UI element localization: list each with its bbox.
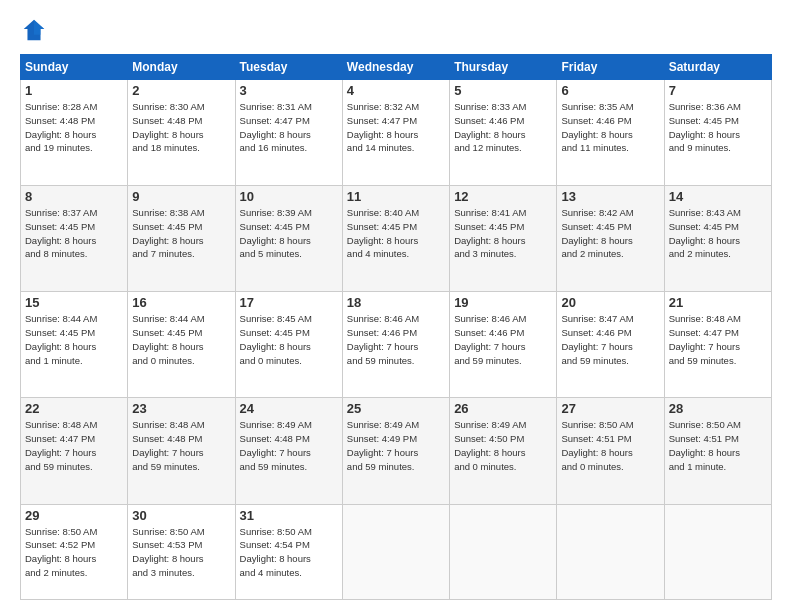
day-number: 24 [240,401,338,416]
day-number: 26 [454,401,552,416]
day-cell: 9Sunrise: 8:38 AM Sunset: 4:45 PM Daylig… [128,186,235,292]
day-info: Sunrise: 8:33 AM Sunset: 4:46 PM Dayligh… [454,100,552,155]
column-header-thursday: Thursday [450,55,557,80]
day-number: 4 [347,83,445,98]
day-number: 14 [669,189,767,204]
day-cell: 18Sunrise: 8:46 AM Sunset: 4:46 PM Dayli… [342,292,449,398]
day-info: Sunrise: 8:50 AM Sunset: 4:52 PM Dayligh… [25,525,123,580]
day-number: 25 [347,401,445,416]
day-number: 16 [132,295,230,310]
day-cell: 3Sunrise: 8:31 AM Sunset: 4:47 PM Daylig… [235,80,342,186]
day-info: Sunrise: 8:49 AM Sunset: 4:48 PM Dayligh… [240,418,338,473]
day-number: 23 [132,401,230,416]
week-row-3: 15Sunrise: 8:44 AM Sunset: 4:45 PM Dayli… [21,292,772,398]
day-number: 21 [669,295,767,310]
day-cell: 27Sunrise: 8:50 AM Sunset: 4:51 PM Dayli… [557,398,664,504]
day-info: Sunrise: 8:48 AM Sunset: 4:48 PM Dayligh… [132,418,230,473]
column-header-saturday: Saturday [664,55,771,80]
day-number: 1 [25,83,123,98]
day-number: 15 [25,295,123,310]
day-cell: 4Sunrise: 8:32 AM Sunset: 4:47 PM Daylig… [342,80,449,186]
day-cell [342,504,449,599]
week-row-1: 1Sunrise: 8:28 AM Sunset: 4:48 PM Daylig… [21,80,772,186]
day-cell: 23Sunrise: 8:48 AM Sunset: 4:48 PM Dayli… [128,398,235,504]
svg-marker-1 [34,20,44,35]
day-info: Sunrise: 8:46 AM Sunset: 4:46 PM Dayligh… [454,312,552,367]
day-cell [557,504,664,599]
day-cell: 5Sunrise: 8:33 AM Sunset: 4:46 PM Daylig… [450,80,557,186]
day-info: Sunrise: 8:36 AM Sunset: 4:45 PM Dayligh… [669,100,767,155]
day-cell: 12Sunrise: 8:41 AM Sunset: 4:45 PM Dayli… [450,186,557,292]
day-number: 5 [454,83,552,98]
logo [20,16,52,44]
day-number: 12 [454,189,552,204]
day-number: 29 [25,508,123,523]
day-info: Sunrise: 8:41 AM Sunset: 4:45 PM Dayligh… [454,206,552,261]
calendar-header-row: SundayMondayTuesdayWednesdayThursdayFrid… [21,55,772,80]
column-header-sunday: Sunday [21,55,128,80]
day-number: 20 [561,295,659,310]
day-cell: 1Sunrise: 8:28 AM Sunset: 4:48 PM Daylig… [21,80,128,186]
day-number: 22 [25,401,123,416]
page: SundayMondayTuesdayWednesdayThursdayFrid… [0,0,792,612]
day-cell: 16Sunrise: 8:44 AM Sunset: 4:45 PM Dayli… [128,292,235,398]
day-info: Sunrise: 8:43 AM Sunset: 4:45 PM Dayligh… [669,206,767,261]
column-header-tuesday: Tuesday [235,55,342,80]
day-cell: 6Sunrise: 8:35 AM Sunset: 4:46 PM Daylig… [557,80,664,186]
day-number: 8 [25,189,123,204]
day-info: Sunrise: 8:50 AM Sunset: 4:51 PM Dayligh… [561,418,659,473]
day-number: 31 [240,508,338,523]
day-info: Sunrise: 8:47 AM Sunset: 4:46 PM Dayligh… [561,312,659,367]
day-cell: 31Sunrise: 8:50 AM Sunset: 4:54 PM Dayli… [235,504,342,599]
day-number: 3 [240,83,338,98]
day-info: Sunrise: 8:48 AM Sunset: 4:47 PM Dayligh… [669,312,767,367]
day-info: Sunrise: 8:40 AM Sunset: 4:45 PM Dayligh… [347,206,445,261]
day-cell: 8Sunrise: 8:37 AM Sunset: 4:45 PM Daylig… [21,186,128,292]
column-header-monday: Monday [128,55,235,80]
day-info: Sunrise: 8:30 AM Sunset: 4:48 PM Dayligh… [132,100,230,155]
day-number: 10 [240,189,338,204]
day-info: Sunrise: 8:46 AM Sunset: 4:46 PM Dayligh… [347,312,445,367]
week-row-5: 29Sunrise: 8:50 AM Sunset: 4:52 PM Dayli… [21,504,772,599]
day-cell: 13Sunrise: 8:42 AM Sunset: 4:45 PM Dayli… [557,186,664,292]
day-cell: 22Sunrise: 8:48 AM Sunset: 4:47 PM Dayli… [21,398,128,504]
day-info: Sunrise: 8:32 AM Sunset: 4:47 PM Dayligh… [347,100,445,155]
logo-icon [20,16,48,44]
day-number: 17 [240,295,338,310]
day-number: 11 [347,189,445,204]
day-number: 7 [669,83,767,98]
day-cell: 17Sunrise: 8:45 AM Sunset: 4:45 PM Dayli… [235,292,342,398]
day-info: Sunrise: 8:44 AM Sunset: 4:45 PM Dayligh… [132,312,230,367]
day-cell: 26Sunrise: 8:49 AM Sunset: 4:50 PM Dayli… [450,398,557,504]
day-info: Sunrise: 8:37 AM Sunset: 4:45 PM Dayligh… [25,206,123,261]
day-number: 2 [132,83,230,98]
day-cell: 14Sunrise: 8:43 AM Sunset: 4:45 PM Dayli… [664,186,771,292]
day-info: Sunrise: 8:49 AM Sunset: 4:49 PM Dayligh… [347,418,445,473]
day-cell: 11Sunrise: 8:40 AM Sunset: 4:45 PM Dayli… [342,186,449,292]
day-number: 19 [454,295,552,310]
column-header-wednesday: Wednesday [342,55,449,80]
day-info: Sunrise: 8:42 AM Sunset: 4:45 PM Dayligh… [561,206,659,261]
day-info: Sunrise: 8:28 AM Sunset: 4:48 PM Dayligh… [25,100,123,155]
day-cell [664,504,771,599]
day-cell: 24Sunrise: 8:49 AM Sunset: 4:48 PM Dayli… [235,398,342,504]
day-number: 27 [561,401,659,416]
day-info: Sunrise: 8:50 AM Sunset: 4:51 PM Dayligh… [669,418,767,473]
day-cell: 2Sunrise: 8:30 AM Sunset: 4:48 PM Daylig… [128,80,235,186]
day-number: 9 [132,189,230,204]
day-info: Sunrise: 8:44 AM Sunset: 4:45 PM Dayligh… [25,312,123,367]
day-cell: 7Sunrise: 8:36 AM Sunset: 4:45 PM Daylig… [664,80,771,186]
day-cell: 25Sunrise: 8:49 AM Sunset: 4:49 PM Dayli… [342,398,449,504]
column-header-friday: Friday [557,55,664,80]
week-row-2: 8Sunrise: 8:37 AM Sunset: 4:45 PM Daylig… [21,186,772,292]
day-info: Sunrise: 8:50 AM Sunset: 4:53 PM Dayligh… [132,525,230,580]
day-cell: 19Sunrise: 8:46 AM Sunset: 4:46 PM Dayli… [450,292,557,398]
day-number: 6 [561,83,659,98]
day-cell: 21Sunrise: 8:48 AM Sunset: 4:47 PM Dayli… [664,292,771,398]
day-info: Sunrise: 8:50 AM Sunset: 4:54 PM Dayligh… [240,525,338,580]
day-info: Sunrise: 8:38 AM Sunset: 4:45 PM Dayligh… [132,206,230,261]
day-cell: 28Sunrise: 8:50 AM Sunset: 4:51 PM Dayli… [664,398,771,504]
day-number: 18 [347,295,445,310]
day-info: Sunrise: 8:48 AM Sunset: 4:47 PM Dayligh… [25,418,123,473]
calendar-table: SundayMondayTuesdayWednesdayThursdayFrid… [20,54,772,600]
